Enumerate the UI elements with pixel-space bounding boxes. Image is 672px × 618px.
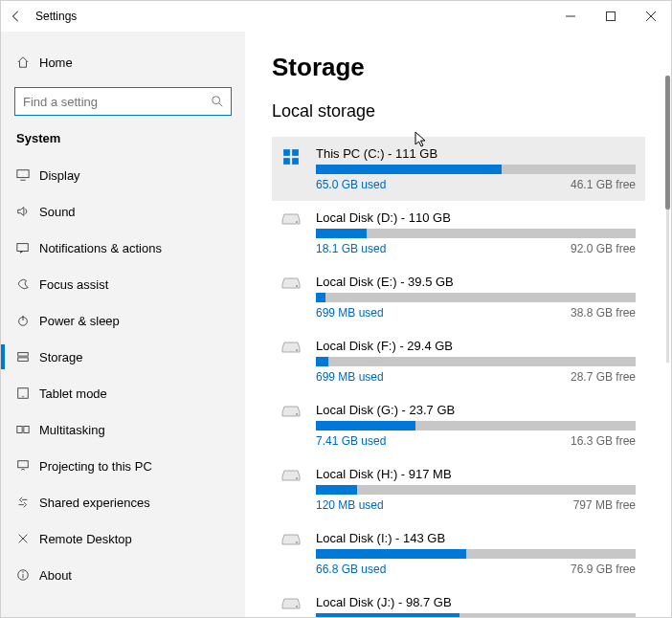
usage-bar-fill — [316, 293, 325, 302]
nav-item-power[interactable]: Power & sleep — [1, 302, 245, 339]
disk-item[interactable]: Local Disk (H:) - 917 MB120 MB used797 M… — [272, 457, 645, 521]
nav-item-shared[interactable]: Shared experiences — [1, 484, 245, 520]
search-box — [14, 87, 232, 116]
nav-item-tablet[interactable]: Tablet mode — [1, 375, 245, 411]
disk-free: 46.1 GB free — [571, 178, 636, 191]
usage-bar — [316, 549, 636, 559]
nav-label: Display — [39, 168, 80, 183]
svg-point-23 — [296, 221, 298, 223]
svg-point-12 — [22, 396, 23, 397]
drive-icon — [278, 467, 304, 512]
home-label: Home — [39, 55, 73, 70]
section-label: System — [1, 127, 245, 157]
search-icon — [211, 95, 224, 108]
disk-title: Local Disk (G:) - 23.7 GB — [316, 403, 636, 417]
nav-label: Power & sleep — [39, 314, 120, 328]
multitasking-icon — [16, 423, 39, 436]
disk-item[interactable]: Local Disk (G:) - 23.7 GB7.41 GB used16.… — [272, 393, 645, 457]
nav-item-multitasking[interactable]: Multitasking — [1, 411, 245, 448]
usage-bar — [316, 421, 636, 430]
svg-rect-20 — [292, 149, 299, 156]
nav-item-notifications[interactable]: Notifications & actions — [1, 230, 245, 266]
disk-used: 66.8 GB used — [316, 563, 386, 576]
svg-rect-4 — [17, 170, 29, 178]
nav-item-remote[interactable]: Remote Desktop — [1, 520, 245, 557]
svg-point-27 — [296, 477, 298, 479]
home-button[interactable]: Home — [1, 45, 245, 79]
usage-bar-fill — [316, 165, 502, 174]
disk-used: 120 MB used — [316, 498, 384, 512]
nav-list: Display Sound Notifications & actions Fo… — [1, 157, 245, 617]
nav-item-projecting[interactable]: Projecting to this PC — [1, 448, 245, 484]
svg-point-26 — [296, 413, 298, 415]
page-title: Storage — [272, 53, 671, 82]
nav-label: Shared experiences — [39, 496, 150, 510]
disk-used: 699 MB used — [316, 306, 384, 320]
minimize-button[interactable] — [550, 1, 591, 32]
disk-body: Local Disk (I:) - 143 GB66.8 GB used76.9… — [316, 531, 636, 576]
disk-used: 699 MB used — [316, 370, 384, 384]
disk-body: Local Disk (E:) - 39.5 GB699 MB used38.8… — [316, 275, 636, 320]
disk-stats: 699 MB used38.8 GB free — [316, 306, 636, 320]
nav-label: Projecting to this PC — [39, 459, 152, 474]
search-input[interactable] — [14, 87, 232, 116]
scrollbar-thumb[interactable] — [665, 76, 670, 210]
nav-item-about[interactable]: About — [1, 557, 245, 593]
disk-item[interactable]: Local Disk (F:) - 29.4 GB699 MB used28.7… — [272, 329, 645, 393]
nav-label: Multitasking — [39, 423, 105, 437]
disk-item[interactable]: Local Disk (I:) - 143 GB66.8 GB used76.9… — [272, 521, 645, 585]
drive-icon — [278, 403, 304, 448]
svg-point-25 — [296, 349, 298, 351]
nav-label: Notifications & actions — [39, 241, 162, 255]
nav-item-display[interactable]: Display — [1, 157, 245, 193]
usage-bar-fill — [316, 485, 357, 495]
svg-point-28 — [296, 541, 298, 543]
usage-bar-fill — [316, 357, 328, 366]
nav-item-storage[interactable]: Storage — [1, 339, 245, 375]
disk-stats: 7.41 GB used16.3 GB free — [316, 434, 636, 448]
disk-title: Local Disk (D:) - 110 GB — [316, 210, 636, 225]
shared-icon — [16, 496, 39, 509]
storage-icon — [16, 350, 39, 364]
close-button[interactable] — [631, 1, 671, 32]
disk-body: Local Disk (D:) - 110 GB18.1 GB used92.0… — [316, 210, 636, 255]
drive-icon — [278, 275, 304, 320]
disk-stats: 699 MB used28.7 GB free — [316, 370, 636, 384]
nav-label: Remote Desktop — [39, 532, 132, 546]
usage-bar — [316, 229, 636, 238]
disk-body: This PC (C:) - 111 GB65.0 GB used46.1 GB… — [316, 146, 636, 191]
notifications-icon — [16, 241, 39, 254]
svg-rect-21 — [283, 158, 290, 165]
disk-item[interactable]: Local Disk (J:) - 98.7 GB44.7 GB used53.… — [272, 585, 645, 617]
drive-icon — [278, 339, 304, 384]
disk-stats: 120 MB used797 MB free — [316, 498, 636, 512]
sound-icon — [16, 205, 39, 218]
drive-icon — [278, 595, 304, 617]
usage-bar-fill — [316, 613, 459, 617]
nav-item-sound[interactable]: Sound — [1, 193, 245, 230]
svg-line-3 — [219, 103, 223, 107]
maximize-button[interactable] — [591, 1, 631, 32]
power-icon — [16, 314, 39, 327]
disk-free: 797 MB free — [573, 498, 636, 512]
disk-list: This PC (C:) - 111 GB65.0 GB used46.1 GB… — [272, 137, 645, 617]
disk-item[interactable]: Local Disk (E:) - 39.5 GB699 MB used38.8… — [272, 265, 645, 329]
tablet-icon — [16, 386, 39, 400]
back-button[interactable] — [1, 1, 32, 32]
nav-item-focus[interactable]: Focus assist — [1, 266, 245, 302]
usage-bar-fill — [316, 549, 466, 559]
disk-item[interactable]: Local Disk (D:) - 110 GB18.1 GB used92.0… — [272, 201, 645, 265]
usage-bar — [316, 613, 636, 617]
disk-title: Local Disk (J:) - 98.7 GB — [316, 595, 636, 609]
disk-stats: 66.8 GB used76.9 GB free — [316, 563, 636, 576]
usage-bar — [316, 165, 636, 174]
disk-title: Local Disk (F:) - 29.4 GB — [316, 339, 636, 353]
disk-body: Local Disk (H:) - 917 MB120 MB used797 M… — [316, 467, 636, 512]
svg-rect-6 — [17, 244, 28, 252]
drive-icon — [278, 531, 304, 576]
projecting-icon — [16, 459, 39, 473]
window-title: Settings — [35, 10, 77, 23]
disk-free: 76.9 GB free — [571, 563, 636, 576]
disk-item[interactable]: This PC (C:) - 111 GB65.0 GB used46.1 GB… — [272, 137, 645, 201]
usage-bar-fill — [316, 229, 367, 238]
